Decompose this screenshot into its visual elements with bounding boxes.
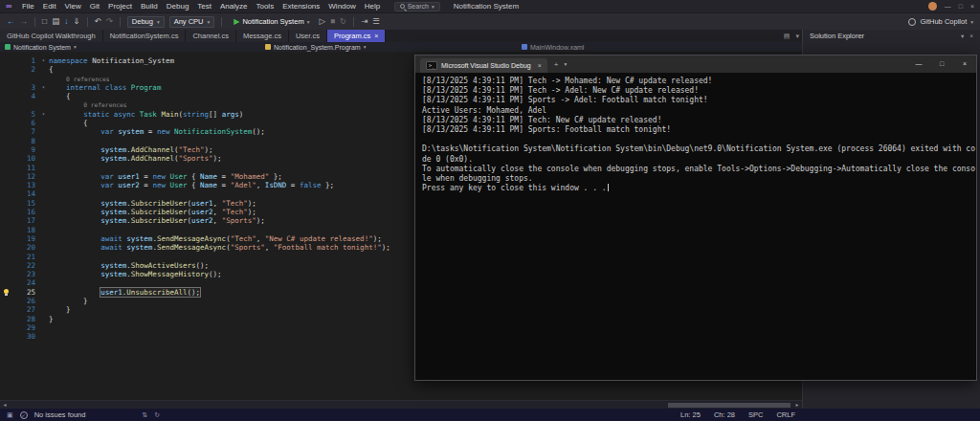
menu-item-test[interactable]: Test — [193, 0, 216, 12]
column-indicator[interactable]: Ch: 28 — [714, 410, 735, 419]
fold-chevron-icon[interactable]: ▾ — [38, 56, 49, 65]
console-window-buttons: — □ × — [907, 55, 976, 73]
notifications-icon[interactable]: ▣ — [7, 411, 13, 419]
editor-tab-github-copilot-walkthrough[interactable]: GitHub Copilot Walkthrough — [0, 30, 103, 42]
console-minimize-button[interactable]: — — [907, 55, 930, 73]
console-tab-close-icon[interactable]: × — [538, 62, 542, 69]
save-all-icon[interactable]: ⇓ — [73, 17, 79, 26]
editor-navigation-bar: Notification System ▾ Notification_Syste… — [0, 42, 802, 52]
fold-margin — [38, 172, 49, 181]
debug-console-window[interactable]: >_ Microsoft Visual Studio Debug × + ▾ —… — [414, 55, 977, 381]
panel-close-icon[interactable]: × — [969, 33, 973, 40]
glyph-margin — [0, 234, 13, 243]
fold-chevron-icon[interactable]: ▾ — [38, 83, 49, 92]
save-icon[interactable]: ↓ — [64, 17, 68, 26]
menu-item-git[interactable]: Git — [85, 0, 103, 12]
window-menu-chevron-icon[interactable]: ▾ — [961, 33, 964, 40]
console-titlebar[interactable]: >_ Microsoft Visual Studio Debug × + ▾ —… — [415, 55, 976, 73]
right-editor-group-breadcrumb[interactable]: MainWindow.xaml — [522, 42, 584, 52]
editor-tab-user-cs[interactable]: User.cs — [289, 30, 327, 42]
configuration-dropdown[interactable]: Debug ▾ — [127, 16, 165, 28]
issues-status-icon[interactable]: ✓ — [20, 411, 28, 419]
navigate-forward-icon[interactable]: → — [20, 17, 29, 26]
tab-list-chevron-icon[interactable]: ▾ — [564, 61, 567, 67]
search-box[interactable]: Search ▾ — [394, 2, 440, 11]
glyph-margin — [0, 208, 13, 216]
fold-margin — [38, 278, 49, 287]
quick-actions-lightbulb-icon[interactable] — [0, 288, 13, 297]
glyph-margin — [0, 137, 13, 145]
document-tab-row: GitHub Copilot WalkthroughNotificationSy… — [0, 30, 980, 42]
fold-chevron-icon[interactable]: ▾ — [38, 110, 49, 119]
solution-explorer-header[interactable]: Solution Explorer ▾ × — [802, 30, 980, 42]
restart-icon[interactable]: ↻ — [340, 17, 346, 26]
line-number: 2 — [13, 65, 38, 74]
titlebar: ∞ FileEditViewGitProjectBuildDebugTestAn… — [0, 0, 980, 12]
menu-item-debug[interactable]: Debug — [162, 0, 193, 12]
menu-item-file[interactable]: File — [17, 0, 38, 12]
console-line: To automatically close the console when … — [422, 165, 969, 174]
undo-icon[interactable]: ↶ — [95, 17, 101, 26]
editor-tab-notificationsystem-cs[interactable]: NotificationSystem.cs — [103, 30, 187, 42]
line-number: 6 — [13, 119, 38, 127]
fold-margin — [38, 164, 49, 172]
user-avatar[interactable] — [928, 2, 937, 11]
menu-item-build[interactable]: Build — [136, 0, 162, 12]
line-ending-indicator[interactable]: CRLF — [776, 410, 795, 419]
line-number: 27 — [13, 305, 38, 314]
fold-margin — [38, 127, 49, 136]
outline-icon[interactable]: ☰ — [372, 17, 380, 26]
maximize-button[interactable]: □ — [959, 3, 963, 10]
line-number: 9 — [13, 145, 38, 154]
editor-tab-program-cs[interactable]: Program.cs× — [327, 30, 386, 42]
stop-icon[interactable]: ■ — [330, 17, 335, 26]
document-list-icon[interactable]: ▤ — [784, 33, 791, 40]
close-button[interactable]: × — [970, 3, 974, 10]
redo-icon[interactable]: ↷ — [106, 17, 113, 26]
glyph-margin — [0, 92, 13, 100]
fold-margin — [38, 208, 49, 216]
console-output[interactable]: [8/13/2025 4:39:11 PM] Tech -> Mohamed: … — [415, 73, 976, 380]
tab-close-icon[interactable]: × — [374, 33, 378, 39]
console-tab[interactable]: >_ Microsoft Visual Studio Debug × — [420, 58, 547, 73]
glyph-margin — [0, 226, 13, 234]
menu-item-window[interactable]: Window — [324, 0, 360, 12]
issues-status-text[interactable]: No issues found — [34, 410, 86, 419]
scrollbar-thumb[interactable] — [668, 403, 791, 408]
current-line-box: user1.UnsubscribeAll(); — [100, 288, 200, 297]
start-without-debugging-icon[interactable]: ▷ — [319, 17, 325, 26]
horizontal-scrollbar[interactable]: ◂ ▸ — [0, 400, 802, 409]
status-bar: ▣ ✓ No issues found ⇅ ↻ Ln: 25 Ch: 28 SP… — [0, 409, 980, 421]
new-file-icon[interactable]: □ — [42, 17, 47, 26]
console-maximize-button[interactable]: □ — [930, 55, 953, 73]
github-copilot-button[interactable]: GitHub Copilot ▾ — [908, 17, 973, 26]
menu-item-tools[interactable]: Tools — [252, 0, 278, 12]
new-tab-button[interactable]: + — [554, 60, 559, 69]
menu-item-view[interactable]: View — [60, 0, 85, 12]
play-icon: ▶ — [234, 17, 239, 26]
open-file-icon[interactable]: ▤ — [52, 17, 59, 26]
navigate-back-icon[interactable]: ← — [7, 17, 15, 26]
console-close-button[interactable]: × — [953, 55, 976, 73]
platform-dropdown[interactable]: Any CPU ▾ — [169, 16, 215, 28]
background-tasks-icon[interactable]: ⇅ — [142, 411, 147, 419]
console-line: [8/13/2025 4:39:11 PM] Sports: Football … — [422, 125, 969, 135]
editor-tab-message-cs[interactable]: Message.cs — [236, 30, 289, 42]
line-indicator[interactable]: Ln: 25 — [680, 410, 701, 419]
start-debugging-button[interactable]: ▶ Notification System ▾ — [229, 15, 314, 28]
tab-overflow-chevron-icon[interactable]: ▾ — [795, 33, 799, 40]
menu-item-project[interactable]: Project — [104, 0, 137, 12]
minimize-button[interactable]: — — [945, 3, 951, 10]
step-over-icon[interactable]: ⇥ — [361, 17, 368, 26]
navbar-type-dropdown[interactable]: Notification_System.Program ▾ — [265, 44, 366, 51]
toolbar-separator — [353, 17, 354, 27]
menu-item-extensions[interactable]: Extensions — [278, 0, 324, 12]
editor-tab-channel-cs[interactable]: Channel.cs — [186, 30, 236, 42]
glyph-margin — [0, 253, 13, 261]
indentation-indicator[interactable]: SPC — [748, 410, 763, 419]
navbar-project-dropdown[interactable]: Notification System ▾ — [5, 44, 265, 51]
refresh-status-icon[interactable]: ↻ — [154, 411, 160, 419]
menu-item-analyze[interactable]: Analyze — [216, 0, 252, 12]
menu-item-edit[interactable]: Edit — [38, 0, 60, 12]
menu-item-help[interactable]: Help — [360, 0, 384, 12]
